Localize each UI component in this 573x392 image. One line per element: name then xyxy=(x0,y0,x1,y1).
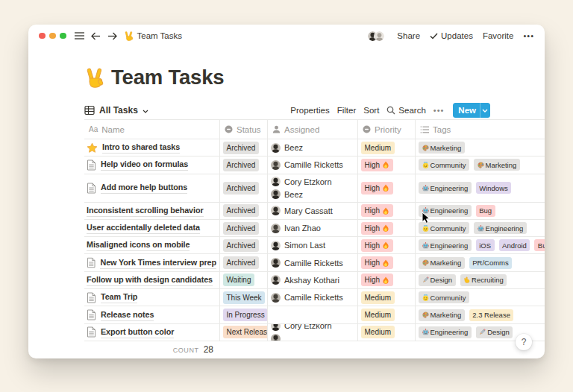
tags-cell[interactable]: DesignRecruiting xyxy=(415,272,545,288)
task-name[interactable]: Misaligned icons on mobile xyxy=(87,239,190,251)
tags-cell[interactable]: Marketing xyxy=(415,139,545,156)
task-name[interactable]: Follow up with design candidates xyxy=(87,274,213,286)
more-options-icon[interactable]: ••• xyxy=(523,31,534,40)
priority-cell[interactable]: Medium xyxy=(357,289,415,306)
assigned-cell[interactable]: Camille Ricketts xyxy=(267,254,357,271)
status-cell[interactable]: Waiting xyxy=(219,272,267,288)
view-more-icon[interactable]: ••• xyxy=(433,106,445,115)
favorite-button[interactable]: Favorite xyxy=(483,31,514,40)
tags-cell[interactable]: CommunityMarketing xyxy=(415,157,545,173)
status-cell[interactable]: Next Release xyxy=(219,324,267,341)
breadcrumb[interactable]: Team Tasks xyxy=(124,31,183,40)
task-name[interactable]: Intro to shared tasks xyxy=(102,142,180,154)
forward-icon[interactable] xyxy=(107,32,117,40)
priority-cell[interactable]: High xyxy=(357,174,415,202)
column-header-name[interactable]: Aa Name xyxy=(84,120,219,139)
table-row[interactable]: Release notesIn ProgressMediumMarketing2… xyxy=(84,306,545,323)
task-name[interactable]: Help video on formulas xyxy=(101,159,188,171)
menu-icon[interactable] xyxy=(75,32,84,39)
priority-cell[interactable]: High xyxy=(357,203,415,219)
assigned-cell[interactable]: Cory EtzkornBeez xyxy=(267,174,357,202)
collaborator-avatars[interactable] xyxy=(367,31,385,42)
assigned-cell[interactable]: Akshay Kothari xyxy=(267,272,357,288)
new-dropdown-button[interactable] xyxy=(480,103,490,118)
table-row[interactable]: Team TripThis WeekCamille RickettsMedium… xyxy=(84,289,545,306)
task-name-cell[interactable]: Release notes xyxy=(84,306,219,323)
priority-cell[interactable]: Medium xyxy=(357,324,415,341)
table-row[interactable]: Export button colorNext ReleaseCory Etzk… xyxy=(84,324,545,342)
task-name-cell[interactable]: Team Trip xyxy=(84,289,219,306)
table-row[interactable]: New York Times interview prepArchivedCam… xyxy=(84,254,545,271)
help-button[interactable]: ? xyxy=(516,334,532,350)
table-row[interactable]: Misaligned icons on mobileArchivedSimon … xyxy=(84,237,545,254)
assigned-cell[interactable]: Camille Ricketts xyxy=(267,157,357,173)
status-cell[interactable]: Archived xyxy=(219,220,267,236)
task-name[interactable]: Inconsistent scrolling behavior xyxy=(87,205,204,217)
task-name[interactable]: User accidentally deleted data xyxy=(87,222,200,234)
priority-cell[interactable]: High xyxy=(357,157,415,173)
assigned-cell[interactable] xyxy=(267,306,357,323)
priority-cell[interactable]: High xyxy=(357,272,415,288)
assigned-cell[interactable]: Mary Cassatt xyxy=(267,203,357,219)
task-name-cell[interactable]: Misaligned icons on mobile xyxy=(84,237,219,253)
assigned-cell[interactable]: Cory Etzkorn xyxy=(267,324,357,341)
priority-cell[interactable]: High xyxy=(357,254,415,271)
table-row[interactable]: Intro to shared tasksArchivedBeezMediumM… xyxy=(84,139,545,157)
search-button[interactable]: Search xyxy=(386,106,425,115)
close-window-button[interactable] xyxy=(39,33,46,39)
table-row[interactable]: Follow up with design candidatesWaitingA… xyxy=(84,272,545,289)
assigned-cell[interactable]: Simon Last xyxy=(267,237,357,253)
tags-cell[interactable]: EngineeringBug xyxy=(415,203,545,219)
tags-cell[interactable]: Community xyxy=(415,289,545,306)
column-header-priority[interactable]: Priority xyxy=(357,120,415,139)
status-cell[interactable]: In Progress xyxy=(219,306,267,323)
sort-button[interactable]: Sort xyxy=(363,106,379,115)
task-name-cell[interactable]: Follow up with design candidates xyxy=(84,272,219,288)
table-row[interactable]: Help video on formulasArchivedCamille Ri… xyxy=(84,157,545,174)
status-cell[interactable]: Archived xyxy=(219,139,267,156)
priority-cell[interactable]: High xyxy=(357,237,415,253)
status-cell[interactable]: Archived xyxy=(219,203,267,219)
task-name[interactable]: New York Times interview prep xyxy=(100,257,216,269)
column-header-assigned[interactable]: Assigned xyxy=(267,120,357,139)
assigned-cell[interactable]: Camille Ricketts xyxy=(267,289,357,306)
priority-cell[interactable]: High xyxy=(357,220,415,236)
tags-cell[interactable]: MarketingPR/Comms xyxy=(415,254,545,271)
task-name[interactable]: Team Trip xyxy=(101,291,137,303)
status-cell[interactable]: Archived xyxy=(219,237,267,253)
task-name-cell[interactable]: Add more help buttons xyxy=(84,174,219,202)
updates-button[interactable]: Updates xyxy=(430,31,473,40)
status-cell[interactable]: This Week xyxy=(219,289,267,306)
view-selector[interactable]: All Tasks xyxy=(84,105,148,116)
task-name-cell[interactable]: Export button color xyxy=(84,324,219,341)
task-name[interactable]: Add more help buttons xyxy=(101,182,187,194)
status-cell[interactable]: Archived xyxy=(219,174,267,202)
share-button[interactable]: Share xyxy=(397,31,420,40)
tags-cell[interactable]: CommunityEngineering xyxy=(415,220,545,236)
task-name-cell[interactable]: Help video on formulas xyxy=(84,157,219,173)
filter-button[interactable]: Filter xyxy=(337,106,357,115)
zoom-window-button[interactable] xyxy=(60,33,66,39)
table-row[interactable]: Add more help buttonsArchivedCory Etzkor… xyxy=(84,174,545,203)
status-cell[interactable]: Archived xyxy=(219,254,267,271)
assigned-cell[interactable]: Beez xyxy=(267,139,357,156)
table-row[interactable]: User accidentally deleted dataArchivedIv… xyxy=(84,220,545,237)
table-row[interactable]: Inconsistent scrolling behaviorArchivedM… xyxy=(84,203,545,220)
tags-cell[interactable]: Marketing2.3 Release xyxy=(415,306,545,323)
tags-cell[interactable]: EngineeringiOSAndroidBug xyxy=(415,237,545,253)
task-name[interactable]: Export button color xyxy=(101,326,174,338)
column-header-status[interactable]: Status xyxy=(219,120,267,139)
assigned-cell[interactable]: Ivan Zhao xyxy=(267,220,357,236)
column-header-tags[interactable]: Tags xyxy=(415,120,545,139)
status-cell[interactable]: Archived xyxy=(219,157,267,173)
tags-cell[interactable]: EngineeringWindows xyxy=(415,174,545,202)
priority-cell[interactable]: Medium xyxy=(357,306,415,323)
task-name-cell[interactable]: New York Times interview prep xyxy=(84,254,219,271)
task-name-cell[interactable]: Intro to shared tasks xyxy=(84,139,219,156)
minimize-window-button[interactable] xyxy=(49,33,56,39)
task-name-cell[interactable]: User accidentally deleted data xyxy=(84,220,219,236)
new-button[interactable]: New xyxy=(453,103,490,118)
properties-button[interactable]: Properties xyxy=(290,106,329,115)
back-icon[interactable] xyxy=(91,32,101,40)
priority-cell[interactable]: Medium xyxy=(357,139,415,156)
